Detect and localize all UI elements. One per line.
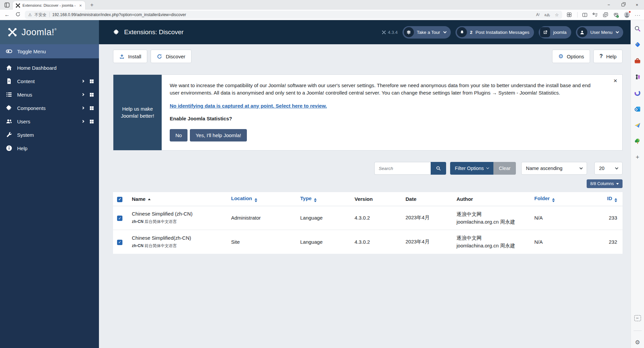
sidebar-microsoft365-icon[interactable]	[634, 89, 641, 97]
screenshot-icon[interactable]: ✂	[634, 314, 641, 322]
column-header-type[interactable]: Type	[297, 192, 351, 206]
sidebar-toolbox-icon[interactable]	[634, 57, 641, 64]
tab-actions-icon[interactable]	[602, 12, 608, 18]
sidebar-item-users[interactable]: Users	[0, 115, 99, 128]
sidebar-item-toggle-menu[interactable]: Toggle Menu	[0, 44, 99, 58]
column-header-name[interactable]: Name	[128, 192, 228, 206]
select-all-checkbox[interactable]: ✓	[117, 197, 122, 202]
take-a-tour-button[interactable]: Take a Tour	[402, 26, 451, 39]
sidebar-item-content[interactable]: Content	[0, 74, 99, 88]
split-screen-icon[interactable]	[582, 12, 588, 18]
browser-tab[interactable]: Extensions: Discover - joomla - A ×	[13, 1, 85, 10]
upload-icon	[119, 54, 125, 59]
user-menu-button[interactable]: User Menu	[576, 26, 623, 39]
restore-button[interactable]	[616, 0, 630, 10]
tab-close-icon[interactable]: ×	[78, 3, 83, 8]
security-label[interactable]: 不安全	[35, 12, 47, 18]
refresh-button[interactable]	[14, 12, 21, 18]
statistics-yes-button[interactable]: Yes, I'll help Joomla!	[190, 129, 247, 141]
review-link[interactable]: No identifying data is captured at any p…	[170, 102, 327, 110]
view-site-button[interactable]: joomla	[539, 26, 571, 39]
profile-avatar[interactable]	[624, 11, 630, 18]
row-checkbox[interactable]: ✓	[117, 216, 122, 221]
sidebar-item-components[interactable]: Components	[0, 101, 99, 115]
page-size-select[interactable]: 20	[594, 162, 623, 175]
search-input[interactable]	[374, 162, 431, 175]
notice-close-icon[interactable]: ×	[613, 77, 617, 84]
help-button[interactable]: ? Help	[593, 50, 623, 63]
sidebar-shopping-icon[interactable]	[634, 41, 641, 48]
post-installation-messages-button[interactable]: 2 Post Installation Messages	[455, 26, 534, 39]
notice-aside-title: Help us make Joomla! better!	[113, 75, 162, 150]
user-icon	[577, 27, 587, 37]
take-a-tour-label: Take a Tour	[417, 30, 440, 35]
close-window-button[interactable]: ×	[630, 0, 644, 10]
browser-menu-icon[interactable]: ···	[635, 12, 641, 18]
extension-name: Chinese Simplified(zh-CN)	[132, 235, 224, 241]
install-button[interactable]: Install	[113, 50, 147, 63]
extensions-icon[interactable]	[566, 11, 573, 18]
dashboard-grid-icon[interactable]	[89, 119, 94, 124]
extension-name: Chinese Simplified (zh-CN)	[132, 211, 224, 217]
column-header-author: Author	[453, 192, 531, 206]
toggle-icon	[6, 48, 12, 55]
sort-select[interactable]: Name ascending	[521, 162, 587, 175]
extension-date: 2023年4月	[402, 206, 453, 230]
statistics-no-button[interactable]: No	[170, 129, 187, 141]
column-header-location[interactable]: Location	[228, 192, 297, 206]
page-title-text: Extensions: Discover	[124, 28, 183, 36]
read-aloud-icon[interactable]: A)	[536, 12, 540, 17]
version-indicator: 4.3.4	[382, 30, 398, 35]
favorite-star-icon[interactable]: ☆	[555, 12, 559, 17]
joomla-version-icon	[382, 30, 386, 35]
edge-sidebar-rail: + ✂ ⚙	[631, 20, 644, 348]
discover-button[interactable]: Discover	[151, 50, 191, 63]
sidebar-search-icon[interactable]	[634, 25, 641, 32]
sidebar-item-menus[interactable]: Menus	[0, 88, 99, 101]
collections-icon[interactable]	[592, 12, 598, 18]
options-button[interactable]: ⚙ Options	[552, 50, 590, 63]
screen: Extensions: Discover - joomla - A × + − …	[0, 0, 644, 348]
sidebar-games-icon[interactable]	[634, 73, 641, 80]
column-header-id[interactable]: ID	[578, 192, 623, 206]
dashboard-grid-icon[interactable]	[89, 106, 94, 111]
column-header-folder[interactable]: Folder	[531, 192, 578, 206]
back-button[interactable]: ←	[3, 12, 11, 18]
sidebar-item-help[interactable]: Help	[0, 141, 99, 155]
address-divider	[49, 12, 50, 17]
extension-id: 232	[578, 230, 623, 254]
messages-count-badge: 2	[470, 30, 473, 35]
minimize-button[interactable]: −	[602, 0, 616, 10]
sidebar-item-system[interactable]: System	[0, 128, 99, 141]
filter-options-button[interactable]: Filter Options	[450, 162, 493, 175]
list-icon	[6, 91, 12, 98]
translate-icon[interactable]: aあ	[544, 12, 550, 17]
joomla-logo[interactable]: Joomla!®	[0, 20, 99, 44]
site-name-label: joomla	[553, 30, 567, 35]
dashboard-grid-icon[interactable]	[89, 79, 94, 84]
columns-toggle-button[interactable]: 8/8 Columns	[587, 179, 623, 188]
settings-gear-icon[interactable]: ⚙	[635, 340, 640, 345]
browser-essentials-icon[interactable]	[613, 12, 619, 18]
table-row: ✓ Chinese Simplified (zh-CN) zh-CN 后台简体中…	[113, 206, 623, 230]
row-checkbox[interactable]: ✓	[117, 240, 122, 245]
extension-folder: N/A	[531, 206, 578, 230]
chevron-down-icon	[615, 166, 619, 169]
tab-workspaces-icon[interactable]	[3, 1, 11, 9]
sidebar-drop-icon[interactable]	[634, 121, 641, 129]
clear-button[interactable]: Clear	[493, 162, 516, 175]
sidebar-add-icon[interactable]: +	[636, 154, 639, 161]
extension-description: zh-CN 后台简体中文语言	[132, 219, 224, 225]
sidebar-outlook-icon[interactable]	[634, 105, 641, 113]
address-bar[interactable]: ⚠ 不安全 192.168.0.99/administrator/index.p…	[25, 11, 562, 19]
search-button[interactable]	[431, 162, 446, 175]
dashboard-grid-icon[interactable]	[89, 92, 94, 97]
puzzle-icon	[113, 29, 120, 36]
sidebar-item-home-dashboard[interactable]: Home Dashboard	[0, 61, 99, 74]
sidebar-tree-icon[interactable]	[634, 137, 641, 145]
file-icon	[6, 78, 12, 84]
chevron-right-icon	[82, 80, 84, 82]
new-tab-button[interactable]: +	[88, 2, 96, 8]
help-label: Help	[606, 54, 616, 59]
url-text[interactable]: 192.168.0.99/administrator/index.php?opt…	[52, 12, 534, 17]
